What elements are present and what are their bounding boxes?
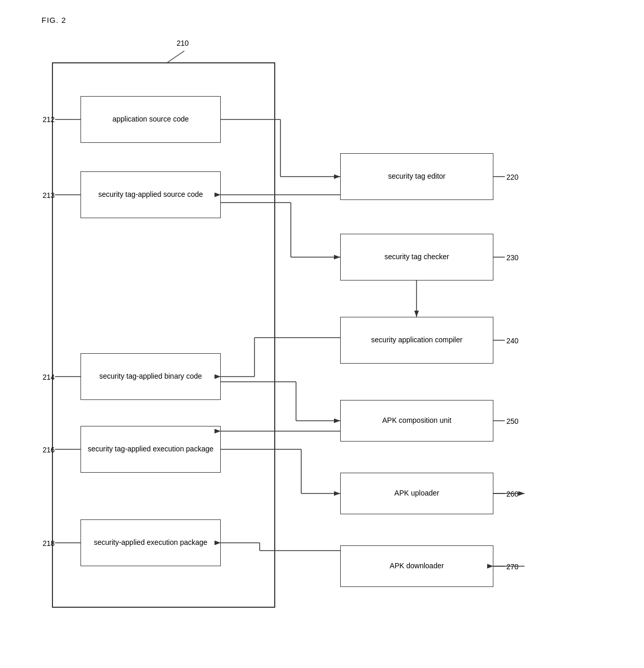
ref-230: 230 [506,253,518,262]
ref-220: 220 [506,173,518,181]
box-250: APK composition unit [340,400,493,442]
box-220: security tag editor [340,153,493,200]
box-212: application source code [81,96,221,143]
ref-213: 213 [43,191,55,199]
box-216: security tag-applied execution package [81,426,221,473]
figure-label: FIG. 2 [42,16,66,24]
box-240: security application compiler [340,317,493,364]
ref-212: 212 [43,115,55,124]
ref-214: 214 [43,373,55,381]
ref-218: 218 [43,539,55,547]
ref-210: 210 [177,39,189,47]
box-214: security tag-applied binary code [81,353,221,400]
ref-270: 270 [506,563,518,571]
box-260: APK uploader [340,473,493,514]
ref-250: 250 [506,417,518,425]
ref-260: 260 [506,490,518,498]
ref-216: 216 [43,446,55,454]
box-218: security-applied execution package [81,519,221,566]
ref-240: 240 [506,337,518,345]
box-270: APK downloader [340,545,493,587]
box-213: security tag-applied source code [81,171,221,218]
box-230: security tag checker [340,234,493,280]
diagram-container: FIG. 2 210 application source code secur… [0,0,644,668]
